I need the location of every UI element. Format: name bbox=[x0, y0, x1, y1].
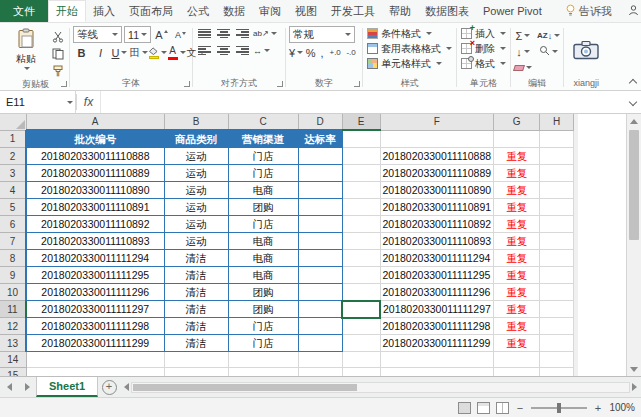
ribbon-tab-开发工具[interactable]: 开发工具 bbox=[324, 0, 382, 22]
cell-G15[interactable] bbox=[494, 368, 540, 377]
borders-button[interactable]: 田 bbox=[130, 45, 147, 60]
cell-E6[interactable] bbox=[342, 216, 380, 233]
horizontal-scrollbar-thumb[interactable] bbox=[133, 384, 357, 391]
cell-E12[interactable] bbox=[342, 318, 380, 335]
cell-F3[interactable]: 2018020330011110889 bbox=[380, 165, 494, 182]
insert-function-button[interactable]: fx bbox=[77, 91, 101, 113]
cell-B11[interactable]: 清洁 bbox=[164, 301, 228, 318]
cell-A10[interactable]: 2018020330011111296 bbox=[26, 284, 164, 301]
cell-B15[interactable] bbox=[164, 368, 228, 377]
cell-G8[interactable]: 重复 bbox=[494, 250, 540, 267]
cell-B9[interactable]: 清洁 bbox=[164, 267, 228, 284]
col-header-H[interactable]: H bbox=[540, 114, 574, 130]
row-header-12[interactable]: 12 bbox=[0, 318, 26, 335]
cell-A7[interactable]: 2018020330011110893 bbox=[26, 233, 164, 250]
sheet-tab-sheet1[interactable]: Sheet1 bbox=[36, 377, 98, 397]
cell-C13[interactable]: 门店 bbox=[228, 335, 298, 352]
cell-B3[interactable]: 运动 bbox=[164, 165, 228, 182]
align-top-icon[interactable] bbox=[196, 26, 213, 41]
cell-B7[interactable]: 运动 bbox=[164, 233, 228, 250]
cell-H6[interactable] bbox=[540, 216, 574, 233]
italic-button[interactable]: I bbox=[92, 45, 109, 60]
cell-A3[interactable]: 2018020330011110889 bbox=[26, 165, 164, 182]
cell-A15[interactable] bbox=[26, 368, 164, 377]
cell-E10[interactable] bbox=[342, 284, 380, 301]
align-bottom-icon[interactable] bbox=[234, 26, 251, 41]
cell-A12[interactable]: 2018020330011111298 bbox=[26, 318, 164, 335]
cell-H9[interactable] bbox=[540, 267, 574, 284]
cell-A2[interactable]: 2018020330011110888 bbox=[26, 148, 164, 165]
row-header-14[interactable]: 14 bbox=[0, 352, 26, 368]
ribbon-tab-公式[interactable]: 公式 bbox=[180, 0, 216, 22]
row-header-9[interactable]: 9 bbox=[0, 267, 26, 284]
col-header-C[interactable]: C bbox=[228, 114, 298, 130]
sheet-nav-prev-button[interactable] bbox=[0, 377, 18, 397]
cell-E14[interactable] bbox=[342, 352, 380, 368]
underline-button[interactable]: U bbox=[111, 45, 128, 60]
cell-A14[interactable] bbox=[26, 352, 164, 368]
cell-A11[interactable]: 2018020330011111297 bbox=[26, 301, 164, 318]
row-header-5[interactable]: 5 bbox=[0, 199, 26, 216]
cell-F12[interactable]: 2018020330011111298 bbox=[380, 318, 494, 335]
cell-F13[interactable]: 2018020330011111299 bbox=[380, 335, 494, 352]
row-header-11[interactable]: 11 bbox=[0, 301, 26, 318]
merge-center-button[interactable]: ↔ bbox=[253, 43, 270, 58]
formula-input[interactable] bbox=[101, 91, 625, 113]
cell-C14[interactable] bbox=[228, 352, 298, 368]
cell-H1[interactable] bbox=[540, 130, 574, 148]
share-button[interactable]: 共享 bbox=[618, 0, 641, 22]
cell-A1[interactable]: 批次编号 bbox=[26, 130, 164, 148]
cell-D8[interactable] bbox=[298, 250, 342, 267]
cell-G4[interactable]: 重复 bbox=[494, 182, 540, 199]
cell-H5[interactable] bbox=[540, 199, 574, 216]
align-left-icon[interactable] bbox=[196, 43, 213, 58]
paste-button[interactable]: 粘贴 bbox=[5, 26, 47, 70]
cell-B13[interactable]: 清洁 bbox=[164, 335, 228, 352]
collapse-ribbon-button[interactable] bbox=[629, 79, 637, 87]
ribbon-tab-数据[interactable]: 数据 bbox=[216, 0, 252, 22]
cell-F1[interactable] bbox=[380, 130, 494, 148]
cell-C7[interactable]: 电商 bbox=[228, 233, 298, 250]
normal-view-button[interactable] bbox=[458, 402, 471, 414]
cell-A4[interactable]: 2018020330011110890 bbox=[26, 182, 164, 199]
cell-E15[interactable] bbox=[342, 368, 380, 377]
cell-A6[interactable]: 2018020330011110892 bbox=[26, 216, 164, 233]
find-select-button[interactable] bbox=[537, 44, 560, 59]
comma-format-button[interactable]: , bbox=[318, 45, 326, 60]
cell-C11[interactable]: 团购 bbox=[228, 301, 298, 318]
cell-F9[interactable]: 2018020330011111295 bbox=[380, 267, 494, 284]
cell-G6[interactable]: 重复 bbox=[494, 216, 540, 233]
align-center-icon[interactable] bbox=[215, 43, 232, 58]
cell-H12[interactable] bbox=[540, 318, 574, 335]
cell-B4[interactable]: 运动 bbox=[164, 182, 228, 199]
cell-C6[interactable]: 门店 bbox=[228, 216, 298, 233]
font-dialog-launcher[interactable] bbox=[184, 81, 190, 87]
cell-C10[interactable]: 团购 bbox=[228, 284, 298, 301]
cell-D13[interactable] bbox=[298, 335, 342, 352]
cut-button[interactable] bbox=[49, 29, 66, 44]
cell-D2[interactable] bbox=[298, 148, 342, 165]
cell-E5[interactable] bbox=[342, 199, 380, 216]
fill-color-button[interactable] bbox=[149, 45, 166, 60]
cell-G13[interactable]: 重复 bbox=[494, 335, 540, 352]
align-right-icon[interactable] bbox=[234, 43, 251, 58]
cell-F6[interactable]: 2018020330011110892 bbox=[380, 216, 494, 233]
clipboard-dialog-launcher[interactable] bbox=[61, 81, 67, 87]
row-header-13[interactable]: 13 bbox=[0, 335, 26, 352]
cell-D4[interactable] bbox=[298, 182, 342, 199]
cell-A5[interactable]: 2018020330011110891 bbox=[26, 199, 164, 216]
row-header-1[interactable]: 1 bbox=[0, 130, 26, 148]
format-painter-button[interactable] bbox=[49, 63, 66, 78]
cell-C12[interactable]: 门店 bbox=[228, 318, 298, 335]
number-dialog-launcher[interactable] bbox=[354, 81, 360, 87]
zoom-in-button[interactable]: + bbox=[593, 402, 603, 414]
grow-font-button[interactable]: A bbox=[153, 27, 170, 42]
ribbon-tab-开始[interactable]: 开始 bbox=[48, 0, 86, 22]
font-size-select[interactable]: 11 bbox=[124, 26, 151, 43]
vertical-scrollbar-thumb[interactable] bbox=[629, 130, 639, 240]
delete-cells-button[interactable]: 删除 bbox=[460, 41, 507, 56]
cell-H15[interactable] bbox=[540, 368, 574, 377]
name-box-dropdown[interactable] bbox=[62, 91, 76, 113]
col-header-B[interactable]: B bbox=[164, 114, 228, 130]
cell-D7[interactable] bbox=[298, 233, 342, 250]
